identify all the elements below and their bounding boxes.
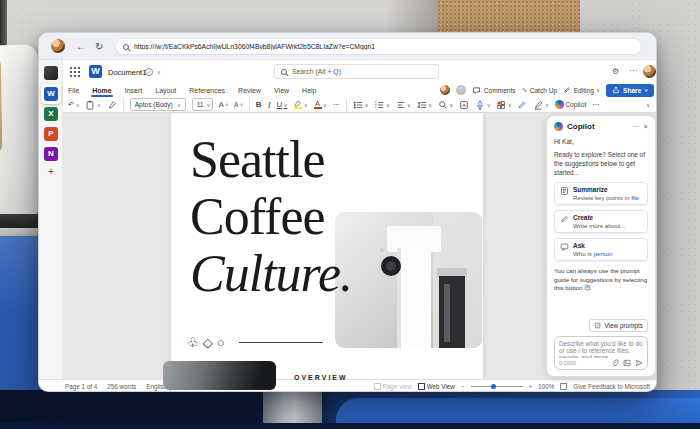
draw-button[interactable] bbox=[517, 100, 527, 110]
ribbon-more-icon[interactable]: ⋯ bbox=[592, 100, 600, 109]
browser-window: ← ↻ https:///w:/t/EaCKkPs6AchIjwULn3060f… bbox=[38, 32, 657, 392]
font-size-select[interactable]: 11 ∨ bbox=[192, 98, 213, 111]
bold-button[interactable]: B bbox=[256, 100, 262, 109]
create-icon bbox=[560, 214, 569, 224]
copilot-input-box[interactable]: 0/2000 bbox=[554, 336, 648, 370]
address-bar[interactable]: https:///w:/t/EaCKkPs6AchIjwULn3060f4Bvb… bbox=[115, 38, 642, 55]
italic-button[interactable]: I bbox=[268, 100, 271, 110]
presence-avatar-1[interactable] bbox=[440, 85, 450, 95]
tab-review[interactable]: Review bbox=[237, 85, 262, 96]
user-avatar[interactable] bbox=[643, 65, 656, 78]
excel-app-icon[interactable]: X bbox=[44, 107, 58, 121]
refresh-icon[interactable]: ↻ bbox=[95, 33, 103, 60]
summarize-icon bbox=[560, 186, 569, 196]
page-view-icon bbox=[374, 383, 381, 390]
word-count[interactable]: 256 words bbox=[107, 383, 136, 390]
back-icon[interactable]: ← bbox=[76, 33, 86, 60]
zoom-out-button[interactable]: − bbox=[461, 383, 465, 390]
share-button[interactable]: Share ∨ bbox=[606, 84, 654, 97]
copilot-prompt-input[interactable] bbox=[559, 340, 643, 358]
file-link[interactable]: file bbox=[631, 194, 639, 201]
document-shape-row: ♧ ◇ ○ bbox=[187, 335, 323, 350]
web-view-toggle[interactable]: Web View bbox=[418, 383, 455, 390]
font-color-swatch bbox=[314, 107, 322, 109]
tab-insert[interactable]: Insert bbox=[124, 85, 144, 96]
page-view-toggle[interactable]: Page view bbox=[374, 383, 412, 390]
catch-up-button[interactable]: ∿ Catch Up bbox=[522, 86, 558, 94]
chevron-down-icon: ∨ bbox=[207, 102, 211, 108]
word-header: W Document1 ✓ ∨ Search (Alt + Q) ⚙ ⋯ bbox=[63, 60, 657, 83]
numbering-button[interactable]: ∨ bbox=[374, 100, 389, 110]
zoom-slider[interactable] bbox=[471, 386, 523, 387]
word-logo: W bbox=[89, 65, 102, 78]
paste-button[interactable]: ∨ bbox=[85, 100, 100, 110]
more-font-options-icon[interactable]: ⋯ bbox=[333, 100, 341, 109]
add-ins-button[interactable]: ∨ bbox=[496, 100, 511, 110]
copilot-more-icon[interactable]: ⋯ bbox=[633, 123, 640, 131]
gear-icon[interactable]: ⚙ bbox=[612, 67, 619, 76]
fit-width-icon[interactable] bbox=[560, 383, 567, 390]
zoom-in-button[interactable]: + bbox=[529, 383, 533, 390]
tab-home[interactable]: Home bbox=[91, 85, 112, 96]
attach-icon[interactable] bbox=[611, 359, 619, 367]
share-icon bbox=[612, 86, 620, 94]
tab-help[interactable]: Help bbox=[301, 85, 317, 96]
grow-font-button[interactable]: A˄ bbox=[219, 100, 228, 109]
document-photo-2[interactable] bbox=[163, 361, 276, 390]
copilot-close-icon[interactable]: × bbox=[644, 122, 648, 131]
document-title[interactable]: Document1 bbox=[108, 68, 146, 77]
pencil-icon bbox=[563, 86, 571, 94]
document-page[interactable]: Seattle Coffee Culture. bbox=[171, 113, 483, 379]
underline-button[interactable]: U∨ bbox=[276, 100, 287, 109]
zoom-slider-knob[interactable] bbox=[491, 384, 496, 389]
tab-references[interactable]: References bbox=[188, 85, 226, 96]
suggestion-card-create[interactable]: Create Write more about... bbox=[554, 210, 648, 233]
tab-file[interactable]: File bbox=[67, 85, 80, 96]
highlight-color-swatch bbox=[294, 107, 302, 109]
search-icon bbox=[281, 69, 287, 75]
editing-mode-button[interactable]: Editing ∨ bbox=[563, 86, 600, 94]
onenote-app-icon[interactable]: N bbox=[44, 147, 58, 161]
add-app-button[interactable]: + bbox=[44, 165, 58, 179]
find-button[interactable]: ∨ bbox=[438, 100, 453, 110]
zoom-level[interactable]: 100% bbox=[538, 383, 554, 390]
copilot-icon bbox=[555, 100, 564, 109]
ribbon-copilot-button[interactable]: Copilot bbox=[555, 100, 587, 109]
browser-profile-avatar[interactable] bbox=[51, 39, 65, 53]
format-painter-button[interactable] bbox=[107, 100, 117, 110]
more-options-icon[interactable]: ⋯ bbox=[629, 66, 637, 75]
dictate-button[interactable]: ∨ bbox=[475, 100, 490, 110]
coffee-machine-image[interactable] bbox=[335, 212, 482, 348]
line-spacing-button[interactable]: ∨ bbox=[417, 100, 432, 110]
waffle-icon[interactable] bbox=[69, 66, 80, 77]
tab-layout[interactable]: Layout bbox=[154, 85, 177, 96]
menu-tabs: File Home Insert Layout References Revie… bbox=[67, 85, 317, 96]
bullets-button[interactable]: ∨ bbox=[353, 100, 368, 110]
collapse-ribbon-icon[interactable]: ∨ bbox=[646, 102, 650, 108]
saved-cloud-icon[interactable]: ✓ bbox=[145, 68, 153, 76]
feedback-link[interactable]: Give Feedback to Microsoft bbox=[573, 383, 650, 390]
comments-button[interactable]: Comments bbox=[472, 86, 515, 95]
title-chevron-icon[interactable]: ∨ bbox=[157, 69, 161, 75]
m365-app-icon[interactable] bbox=[44, 66, 58, 80]
suggestion-card-summarize[interactable]: Summarize Review key points in file bbox=[554, 182, 648, 205]
font-color-button[interactable]: A ∨ bbox=[314, 100, 327, 110]
page-count[interactable]: Page 1 of 4 bbox=[65, 383, 97, 390]
undo-button[interactable]: ↶∨ bbox=[68, 100, 79, 109]
word-search-box[interactable]: Search (Alt + Q) bbox=[274, 64, 439, 79]
word-app-icon[interactable]: W bbox=[44, 87, 58, 101]
highlight-button[interactable]: ∨ bbox=[293, 100, 307, 110]
suggestion-card-ask[interactable]: Ask Who is person bbox=[554, 238, 648, 261]
view-prompts-button[interactable]: View prompts bbox=[589, 319, 648, 332]
person-link[interactable]: person bbox=[594, 250, 613, 257]
designer-button[interactable] bbox=[459, 100, 469, 110]
alignment-button[interactable]: ∨ bbox=[396, 100, 411, 110]
send-icon[interactable] bbox=[635, 359, 643, 367]
editor-pen-button[interactable]: ∨ bbox=[533, 100, 548, 110]
font-name-select[interactable]: Aptos (Body) ∨ bbox=[130, 98, 186, 111]
shrink-font-button[interactable]: A˅ bbox=[234, 101, 243, 108]
powerpoint-app-icon[interactable]: P bbox=[44, 127, 58, 141]
presence-avatar-2[interactable] bbox=[456, 85, 466, 95]
tab-view[interactable]: View bbox=[273, 85, 290, 96]
image-icon[interactable] bbox=[623, 359, 631, 367]
